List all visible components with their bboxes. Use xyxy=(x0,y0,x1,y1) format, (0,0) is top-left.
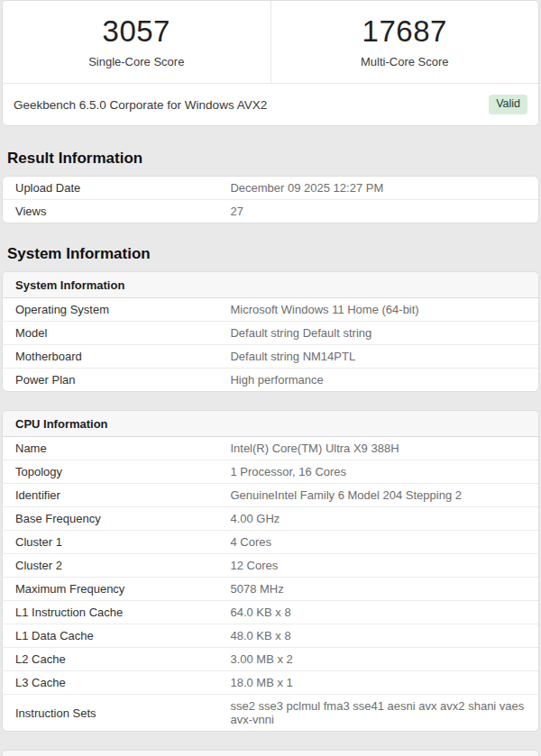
cpu-information-subheader: CPU Information xyxy=(3,411,538,437)
row-label: Cluster 2 xyxy=(3,554,230,577)
spacer xyxy=(2,392,539,410)
row-value: Microsoft Windows 11 Home (64-bit) xyxy=(230,298,538,321)
cpu-information-card: CPU Information NameIntel(R) Core(TM) Ul… xyxy=(2,410,539,732)
table-row: L3 Cache18.0 MB x 1 xyxy=(3,670,538,694)
row-value: December 09 2025 12:27 PM xyxy=(230,177,538,199)
result-information-card: Upload DateDecember 09 2025 12:27 PMView… xyxy=(2,176,539,223)
multi-core-score-cell: 17687 Multi-Core Score xyxy=(270,1,539,83)
table-row: NameIntel(R) Core(TM) Ultra X9 388H xyxy=(3,437,538,460)
version-bar: Geekbench 6.5.0 Corporate for Windows AV… xyxy=(3,84,538,125)
row-label: Views xyxy=(3,200,230,223)
single-core-score-label: Single-Core Score xyxy=(3,55,270,68)
row-label: L2 Cache xyxy=(3,648,230,670)
row-label: Name xyxy=(3,437,230,460)
memory-information-card: Memory Information Size63.50 GB xyxy=(2,750,539,756)
row-label: L1 Instruction Cache xyxy=(3,601,230,624)
score-summary-card: 3057 Single-Core Score 17687 Multi-Core … xyxy=(2,0,539,126)
valid-status-badge: Valid xyxy=(489,95,527,114)
table-row: Views27 xyxy=(3,199,538,223)
result-information-rows: Upload DateDecember 09 2025 12:27 PMView… xyxy=(3,177,538,223)
row-label: Power Plan xyxy=(3,369,230,391)
row-value: 48.0 KB x 8 xyxy=(230,624,538,647)
multi-core-score-value: 17687 xyxy=(271,14,539,49)
single-core-score-value: 3057 xyxy=(3,14,270,49)
row-label: Topology xyxy=(3,460,230,483)
row-value: 18.0 MB x 1 xyxy=(230,671,538,694)
multi-core-score-label: Multi-Core Score xyxy=(271,55,539,68)
result-information-heading: Result Information xyxy=(2,126,539,176)
system-information-card: System Information Operating SystemMicro… xyxy=(2,271,539,392)
table-row: L1 Instruction Cache64.0 KB x 8 xyxy=(3,600,538,624)
row-label: Base Frequency xyxy=(3,507,230,530)
table-row: L2 Cache3.00 MB x 2 xyxy=(3,647,538,670)
row-label: Model xyxy=(3,322,230,344)
row-label: Operating System xyxy=(3,298,230,321)
row-value: Intel(R) Core(TM) Ultra X9 388H xyxy=(230,437,538,460)
table-row: Power PlanHigh performance xyxy=(3,368,538,391)
cpu-information-rows: NameIntel(R) Core(TM) Ultra X9 388HTopol… xyxy=(3,437,538,731)
row-label: Cluster 1 xyxy=(3,531,230,553)
row-value: 3.00 MB x 2 xyxy=(230,648,538,670)
system-information-rows: Operating SystemMicrosoft Windows 11 Hom… xyxy=(3,298,538,391)
score-row: 3057 Single-Core Score 17687 Multi-Core … xyxy=(3,1,538,84)
table-row: Upload DateDecember 09 2025 12:27 PM xyxy=(3,177,538,199)
geekbench-result-page: 3057 Single-Core Score 17687 Multi-Core … xyxy=(2,0,539,756)
memory-information-subheader: Memory Information xyxy=(3,751,538,756)
row-value: 27 xyxy=(230,200,538,223)
row-label: Instruction Sets xyxy=(3,702,230,724)
table-row: Base Frequency4.00 GHz xyxy=(3,506,538,530)
row-value: 4.00 GHz xyxy=(230,507,538,530)
table-row: ModelDefault string Default string xyxy=(3,321,538,344)
row-value: 5078 MHz xyxy=(230,578,538,600)
row-value: GenuineIntel Family 6 Model 204 Stepping… xyxy=(230,484,538,506)
row-value: Default string NM14PTL xyxy=(230,345,538,368)
spacer xyxy=(2,732,539,750)
row-label: Identifier xyxy=(3,484,230,506)
row-label: Motherboard xyxy=(3,345,230,368)
table-row: Cluster 212 Cores xyxy=(3,553,538,577)
table-row: Operating SystemMicrosoft Windows 11 Hom… xyxy=(3,298,538,321)
row-value: sse2 sse3 pclmul fma3 sse41 aesni avx av… xyxy=(230,695,538,731)
table-row: MotherboardDefault string NM14PTL xyxy=(3,344,538,368)
row-value: 1 Processor, 16 Cores xyxy=(230,460,538,483)
table-row: L1 Data Cache48.0 KB x 8 xyxy=(3,624,538,647)
row-value: 12 Cores xyxy=(230,554,538,577)
system-information-heading: System Information xyxy=(2,223,539,271)
single-core-score-cell: 3057 Single-Core Score xyxy=(3,1,270,83)
table-row: Maximum Frequency5078 MHz xyxy=(3,577,538,600)
table-row: IdentifierGenuineIntel Family 6 Model 20… xyxy=(3,483,538,506)
row-label: Upload Date xyxy=(3,177,230,199)
geekbench-version-text: Geekbench 6.5.0 Corporate for Windows AV… xyxy=(14,98,267,112)
row-value: High performance xyxy=(230,369,538,391)
row-value: 64.0 KB x 8 xyxy=(230,601,538,624)
row-value: 4 Cores xyxy=(230,531,538,553)
table-row: Topology1 Processor, 16 Cores xyxy=(3,460,538,483)
row-value: Default string Default string xyxy=(230,322,538,344)
system-information-subheader: System Information xyxy=(3,272,538,298)
table-row: Cluster 14 Cores xyxy=(3,530,538,553)
row-label: Maximum Frequency xyxy=(3,578,230,600)
row-label: L1 Data Cache xyxy=(3,624,230,647)
row-label: L3 Cache xyxy=(3,671,230,694)
table-row: Instruction Setssse2 sse3 pclmul fma3 ss… xyxy=(3,694,538,731)
